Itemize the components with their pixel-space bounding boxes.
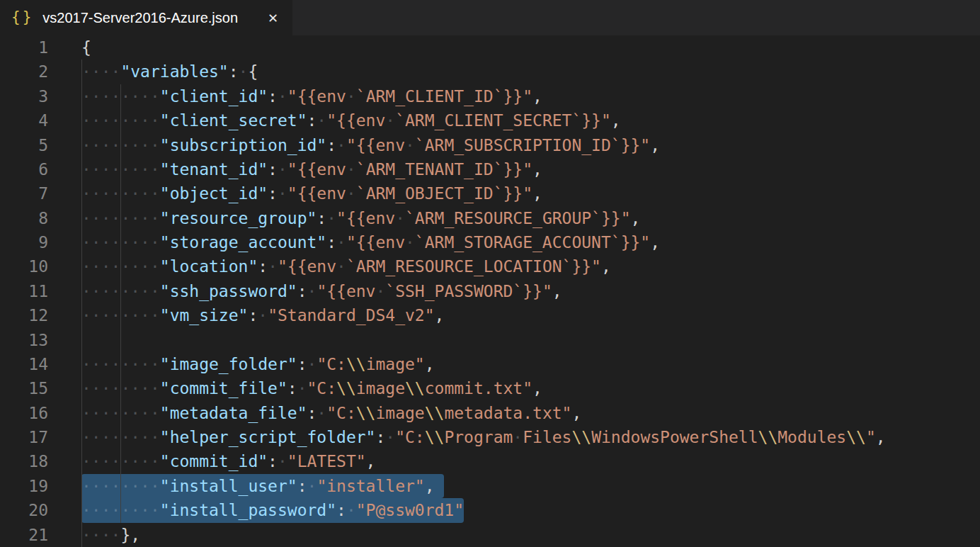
code-token: : (268, 87, 278, 106)
code-token: · (346, 160, 356, 179)
code-token: , (532, 379, 542, 397)
code-line[interactable]: 10········"location":·"{{env·`ARM_RESOUR… (0, 254, 980, 278)
line-number[interactable]: 19 (0, 474, 81, 498)
code-token: "commit_file" (160, 379, 287, 397)
code-text: ········"commit_id":·"LATEST", (81, 452, 375, 470)
code-line[interactable]: 17········"helper_script_folder":·"C:\\P… (0, 425, 980, 449)
code-line[interactable]: 20········"install_password":·"P@ssw0rd1… (0, 498, 980, 522)
code-token: ········ (81, 379, 160, 397)
code-token: \\ (425, 404, 445, 422)
code-token: "metadata_file" (160, 404, 307, 422)
code-token: "{{env (287, 87, 346, 106)
code-token: "{{env (287, 184, 346, 203)
code-token: , (611, 111, 621, 130)
line-number[interactable]: 14 (0, 352, 81, 376)
code-line[interactable]: 5········"subscription_id":·"{{env·`ARM_… (0, 133, 980, 157)
line-number[interactable]: 1 (0, 35, 81, 60)
code-line[interactable]: 2····"variables":·{ (0, 60, 980, 84)
line-number[interactable]: 13 (0, 328, 81, 352)
code-line[interactable]: 19········"install_user":·"installer", (0, 474, 980, 498)
code-token: ········ (81, 282, 160, 300)
code-token: image (375, 404, 424, 422)
code-token: : (248, 306, 258, 325)
code-token: "{{env (346, 233, 405, 252)
code-token: · (336, 257, 346, 276)
line-number[interactable]: 18 (0, 449, 81, 473)
line-number[interactable]: 2 (0, 60, 81, 84)
line-number[interactable]: 17 (0, 425, 81, 449)
code-token: : (297, 355, 307, 373)
line-number[interactable]: 9 (0, 230, 81, 254)
code-token: , (532, 160, 542, 179)
code-token: : (287, 379, 297, 397)
code-token: ········ (81, 428, 160, 446)
code-token: "image_folder" (160, 355, 297, 373)
code-line[interactable]: 11········"ssh_password":·"{{env·`SSH_PA… (0, 279, 980, 303)
code-line[interactable]: 12········"vm_size":·"Standard_DS4_v2", (0, 303, 980, 327)
tab-vs2017-server2016-azure-json[interactable]: {} vs2017-Server2016-Azure.json ✕ (0, 0, 292, 35)
line-number[interactable]: 8 (0, 206, 81, 230)
code-token: "object_id" (160, 184, 268, 203)
line-number[interactable]: 6 (0, 157, 81, 181)
line-number[interactable]: 20 (0, 498, 81, 522)
code-token: `ARM_RESOURCE_LOCATION`}}" (346, 257, 601, 276)
code-token: · (297, 379, 307, 397)
code-text: ········"vm_size":·"Standard_DS4_v2", (81, 306, 444, 325)
code-token: · (346, 501, 356, 519)
code-token: \\ (425, 428, 445, 446)
code-token: , (552, 282, 562, 300)
code-token: "helper_script_folder" (160, 428, 376, 446)
code-token: `ARM_RESOURCE_GROUP`}}" (405, 209, 631, 227)
code-token: \\ (405, 379, 425, 397)
code-token: · (258, 306, 268, 325)
line-number[interactable]: 4 (0, 108, 81, 132)
code-token: "Standard_DS4_v2" (268, 306, 434, 325)
code-token: `ARM_SUBSCRIPTION_ID`}}" (415, 136, 650, 154)
line-number[interactable]: 5 (0, 133, 81, 157)
code-token: : (326, 233, 336, 252)
code-line[interactable]: 9········"storage_account":·"{{env·`ARM_… (0, 230, 980, 254)
code-line[interactable]: 8········"resource_group":·"{{env·`ARM_R… (0, 206, 980, 230)
code-token: · (405, 136, 415, 154)
code-token: WindowsPowerShell (591, 428, 758, 446)
code-token: ········ (81, 233, 160, 252)
code-token: : (375, 428, 385, 446)
code-line[interactable]: 4········"client_secret":·"{{env·`ARM_CL… (0, 108, 980, 132)
line-number[interactable]: 21 (0, 523, 81, 547)
code-line[interactable]: 14········"image_folder":·"C:\\image", (0, 352, 980, 376)
code-token: : (326, 136, 336, 154)
code-token: `SSH_PASSWORD`}}" (385, 282, 552, 300)
line-number[interactable]: 11 (0, 279, 81, 303)
code-token: "vm_size" (160, 306, 249, 325)
code-line[interactable]: 1{ (0, 35, 980, 60)
code-line[interactable]: 15········"commit_file":·"C:\\image\\com… (0, 376, 980, 400)
line-number[interactable]: 16 (0, 401, 81, 425)
code-line[interactable]: 16········"metadata_file":·"C:\\image\\m… (0, 401, 980, 425)
code-token: \\ (758, 428, 778, 446)
line-number[interactable]: 12 (0, 303, 81, 327)
code-token: · (395, 209, 405, 227)
line-number[interactable]: 7 (0, 181, 81, 205)
code-line[interactable]: 13 (0, 328, 980, 352)
code-line[interactable]: 18········"commit_id":·"LATEST", (0, 449, 980, 473)
code-line[interactable]: 21····}, (0, 523, 980, 547)
code-line[interactable]: 7········"object_id":·"{{env·`ARM_OBJECT… (0, 181, 980, 205)
code-text: { (81, 38, 91, 57)
code-token: { (81, 38, 91, 57)
code-token: , (435, 306, 445, 325)
code-text: ····"variables":·{ (81, 62, 258, 81)
code-token: "variables" (120, 62, 228, 81)
line-number[interactable]: 10 (0, 254, 81, 278)
code-token: }, (120, 526, 140, 544)
code-text: ········"helper_script_folder":·"C:\\Pro… (81, 428, 886, 446)
code-line[interactable]: 3········"client_id":·"{{env·`ARM_CLIENT… (0, 84, 980, 108)
line-number[interactable]: 3 (0, 84, 81, 108)
code-editor[interactable]: 1{2····"variables":·{3········"client_id… (0, 35, 980, 547)
close-icon[interactable]: ✕ (265, 9, 281, 27)
code-token: ···· (81, 62, 120, 81)
code-token: · (405, 233, 415, 252)
code-token: : (268, 184, 278, 203)
code-token: ········ (81, 306, 160, 325)
line-number[interactable]: 15 (0, 376, 81, 400)
code-line[interactable]: 6········"tenant_id":·"{{env·`ARM_TENANT… (0, 157, 980, 181)
